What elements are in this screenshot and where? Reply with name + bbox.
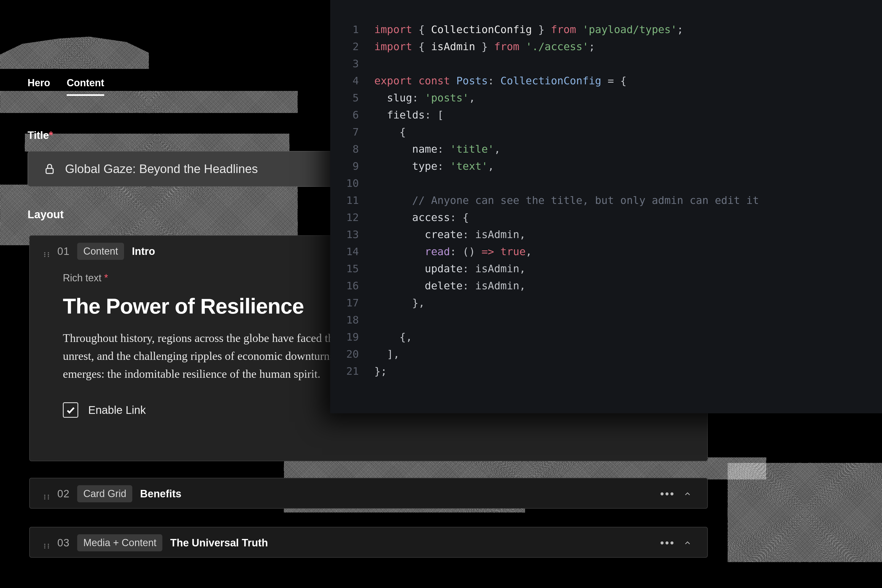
svg-point-10 — [48, 496, 49, 498]
svg-point-3 — [44, 254, 45, 255]
code-line: 21}; — [330, 363, 882, 380]
code-line: 4export const Posts: CollectionConfig = … — [330, 72, 882, 89]
line-number: 12 — [330, 209, 374, 226]
code-content: ], — [374, 345, 400, 363]
line-number: 15 — [330, 260, 374, 277]
drag-handle-icon[interactable] — [44, 491, 50, 497]
line-number: 19 — [330, 328, 374, 345]
code-line: 13 create: isAdmin, — [330, 226, 882, 243]
code-content: { — [374, 123, 406, 141]
line-number: 5 — [330, 89, 374, 106]
code-line: 10 — [330, 175, 882, 192]
code-content: // Anyone can see the title, but only ad… — [374, 192, 759, 209]
noise-decoration — [0, 33, 149, 69]
line-number: 8 — [330, 141, 374, 158]
line-number: 6 — [330, 106, 374, 123]
svg-point-1 — [44, 252, 45, 253]
code-content: slug: 'posts', — [374, 89, 475, 106]
line-number: 13 — [330, 226, 374, 243]
svg-point-13 — [44, 544, 45, 545]
line-number: 2 — [330, 38, 374, 55]
code-content: type: 'text', — [374, 158, 494, 175]
code-line: 12 access: { — [330, 209, 882, 226]
code-line: 19 {, — [330, 328, 882, 345]
code-editor[interactable]: 1import { CollectionConfig } from 'paylo… — [330, 0, 882, 413]
title-input-value: Global Gaze: Beyond the Headlines — [65, 162, 258, 176]
noise-decoration — [728, 463, 882, 562]
enable-link-checkbox[interactable] — [63, 402, 78, 418]
code-content: import { isAdmin } from './access'; — [374, 38, 595, 55]
line-number: 3 — [330, 55, 374, 72]
code-content: import { CollectionConfig } from 'payloa… — [374, 21, 683, 38]
block-header[interactable]: 03 Media + Content The Universal Truth •… — [30, 527, 707, 558]
line-number: 16 — [330, 277, 374, 294]
svg-rect-0 — [46, 168, 53, 173]
line-number: 21 — [330, 363, 374, 380]
more-horizontal-icon[interactable]: ••• — [662, 537, 674, 549]
code-line: 6 fields: [ — [330, 106, 882, 123]
header-tabs: Hero Content — [28, 77, 104, 96]
block-name: Benefits — [140, 488, 182, 500]
code-content: {, — [374, 328, 412, 345]
code-line: 11 // Anyone can see the title, but only… — [330, 192, 882, 209]
noise-decoration — [25, 124, 290, 152]
block-type-chip: Media + Content — [77, 534, 162, 551]
line-number: 18 — [330, 311, 374, 328]
line-number: 10 — [330, 175, 374, 192]
line-number: 11 — [330, 192, 374, 209]
svg-point-18 — [48, 547, 49, 548]
svg-point-2 — [48, 252, 49, 253]
code-line: 1import { CollectionConfig } from 'paylo… — [330, 21, 882, 38]
code-content: export const Posts: CollectionConfig = { — [374, 72, 627, 89]
svg-point-9 — [44, 496, 45, 498]
block-type-chip: Content — [77, 243, 124, 260]
code-line: 7 { — [330, 123, 882, 141]
code-line: 14 read: () => true, — [330, 243, 882, 260]
svg-point-11 — [44, 498, 45, 499]
line-number: 7 — [330, 123, 374, 141]
more-horizontal-icon[interactable]: ••• — [662, 488, 674, 500]
line-number: 1 — [330, 21, 374, 38]
layout-block-universal-truth: 03 Media + Content The Universal Truth •… — [29, 527, 708, 558]
block-number: 02 — [57, 488, 69, 500]
code-line: 20 ], — [330, 345, 882, 363]
code-line: 15 update: isAdmin, — [330, 260, 882, 277]
code-line: 2import { isAdmin } from './access'; — [330, 38, 882, 55]
code-content: read: () => true, — [374, 243, 532, 260]
code-content: delete: isAdmin, — [374, 277, 526, 294]
code-content: name: 'title', — [374, 141, 501, 158]
svg-point-16 — [48, 546, 49, 547]
chevron-up-icon[interactable] — [681, 488, 693, 500]
lock-icon — [44, 163, 56, 175]
svg-point-8 — [48, 495, 49, 496]
block-number: 03 — [57, 537, 69, 549]
line-number: 14 — [330, 243, 374, 260]
code-line: 17 }, — [330, 294, 882, 311]
drag-handle-icon[interactable] — [44, 248, 50, 254]
chevron-up-icon[interactable] — [681, 537, 693, 549]
code-line: 16 delete: isAdmin, — [330, 277, 882, 294]
code-line: 18 — [330, 311, 882, 328]
code-content: }, — [374, 294, 425, 311]
drag-handle-icon[interactable] — [44, 540, 50, 546]
tab-content[interactable]: Content — [67, 77, 104, 96]
code-content: update: isAdmin, — [374, 260, 526, 277]
svg-point-5 — [44, 256, 45, 257]
title-field-label: Title* — [28, 129, 53, 141]
svg-point-17 — [44, 547, 45, 548]
line-number: 9 — [330, 158, 374, 175]
block-header[interactable]: 02 Card Grid Benefits ••• — [30, 478, 707, 509]
tab-hero[interactable]: Hero — [28, 77, 50, 96]
code-content: access: { — [374, 209, 469, 226]
svg-point-6 — [48, 256, 49, 257]
layout-block-benefits: 02 Card Grid Benefits ••• — [29, 478, 708, 508]
layout-section-label: Layout — [28, 208, 64, 221]
svg-point-15 — [44, 546, 45, 547]
enable-link-label: Enable Link — [88, 404, 146, 416]
svg-point-4 — [48, 254, 49, 255]
svg-point-12 — [48, 498, 49, 499]
code-line: 8 name: 'title', — [330, 141, 882, 158]
line-number: 4 — [330, 72, 374, 89]
block-number: 01 — [57, 246, 69, 257]
line-number: 17 — [330, 294, 374, 311]
